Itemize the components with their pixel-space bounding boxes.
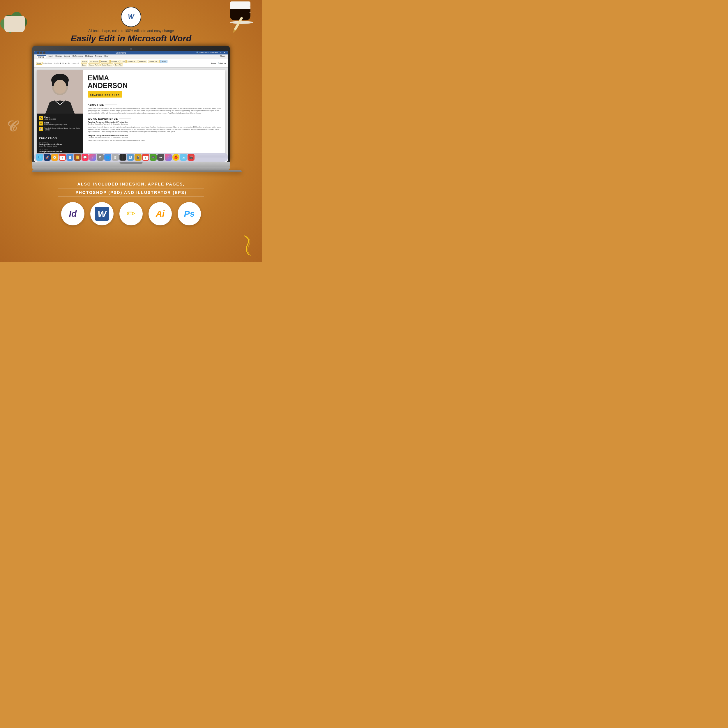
dock-contacts[interactable]: 📓	[135, 154, 142, 161]
svg-text:📋: 📋	[68, 155, 72, 159]
style-heading2[interactable]: Heading 2	[110, 60, 120, 63]
title-bar-center: Document1	[116, 52, 126, 54]
style-intense-ref[interactable]: Intense Ref...	[88, 63, 100, 66]
style-title[interactable]: Title	[121, 60, 126, 63]
word-tabs: Home Insert Design Layout References Mai…	[34, 55, 228, 59]
dock-launchpad[interactable]: 🚀	[44, 154, 50, 161]
page-wrapper: 𝒞 W Al	[0, 0, 262, 262]
dock-calendar[interactable]: 9	[59, 154, 66, 161]
phone-label: Phone :	[44, 116, 56, 118]
tab-mailings[interactable]: Mailings	[85, 55, 93, 58]
style-normal[interactable]: Normal	[81, 60, 88, 63]
bottom-section: ALSO INCLUDED INDESIGN, APPLE PAGES, PHO…	[0, 172, 262, 230]
style-strong[interactable]: Strong	[160, 60, 167, 63]
style-subtle-ref[interactable]: Subtle Refer...	[101, 63, 113, 66]
dock-video[interactable]: 🎬	[188, 154, 194, 161]
dock-finder[interactable]	[36, 154, 43, 161]
indesign-icon-circle[interactable]: Id	[61, 202, 84, 225]
ribbon-paragraph: ≡ ≡ ≡ ≡ ≡ ¶	[72, 62, 79, 64]
word-svg-icon: W	[126, 11, 136, 21]
dock-trash[interactable]: 🗑	[112, 154, 119, 161]
tab-references[interactable]: References	[72, 55, 83, 58]
dock-book[interactable]: 📒	[74, 154, 81, 161]
illustrator-icon-text: Ai	[156, 209, 165, 219]
svg-text:♪: ♪	[92, 156, 93, 159]
tab-design[interactable]: Design	[55, 55, 62, 58]
job2-company: Creative Recruiting Agency || El Segundo…	[88, 136, 221, 138]
illustrator-icon-circle[interactable]: Ai	[148, 202, 172, 225]
education-title: EDUCATION	[37, 135, 83, 141]
svg-text:🍎: 🍎	[174, 155, 178, 159]
edu-school-2: College / University Name	[39, 151, 81, 153]
indesign-icon-text: Id	[69, 209, 77, 219]
ribbon-font: Calibri (Body) ▾ 11 ▾ A A	[43, 62, 60, 64]
email-label: Email :	[44, 122, 67, 124]
dock-separator	[119, 154, 126, 161]
contact-email: ✉ Email : exampleemail@example.com	[39, 121, 81, 125]
svg-point-9	[39, 156, 41, 158]
photoshop-icon-circle[interactable]: Ps	[177, 202, 201, 225]
resume-title-bar: GRAPHIC DESIGNER	[88, 91, 122, 98]
also-included-line1: ALSO INCLUDED INDESIGN, APPLE PAGES,	[78, 182, 185, 187]
style-no-spacing[interactable]: No Spacing	[89, 60, 99, 63]
edu-degree-1: Enter Your Degree Name	[39, 145, 81, 147]
resume-area: 📞 Phone : +012 3456 789 ✉ Emai	[34, 67, 228, 158]
address-icon-box: 🏠	[39, 127, 43, 131]
svg-rect-37	[143, 154, 148, 156]
main-title: Easily Edit in Microsoft Word	[71, 34, 192, 43]
dock-photos2[interactable]: 🍎	[172, 154, 179, 161]
dock-more[interactable]: •••	[157, 154, 164, 161]
share-btn[interactable]: ↑ Share	[219, 55, 225, 58]
svg-text:☁: ☁	[182, 156, 185, 159]
style-quote[interactable]: Quote	[81, 63, 87, 66]
job2-text: Lorem Ipsum is simply dummy text of the …	[88, 139, 221, 142]
style-heading1[interactable]: Heading 1	[100, 60, 110, 63]
style-emphasis[interactable]: Emphasis	[138, 60, 147, 63]
title-bar-left: ⬛ ⬛ ⬛	[37, 52, 46, 54]
svg-text:📒: 📒	[75, 155, 80, 159]
dock-notes[interactable]: 📋	[66, 154, 73, 161]
dock-messages[interactable]: 💬	[81, 154, 89, 161]
ribbon-styles: Normal No Spacing Heading 1 Heading 2 Ti…	[81, 60, 168, 66]
dock-browser[interactable]: 🌐	[104, 154, 111, 161]
ribbon-styles-btn[interactable]: Styles ▾	[211, 62, 216, 64]
svg-text:🎬: 🎬	[189, 155, 193, 159]
dock-music2[interactable]: ♫	[165, 154, 172, 161]
dock-safari[interactable]: 🧭	[51, 154, 58, 161]
svg-text:💬: 💬	[83, 155, 87, 159]
edu-school-1: College / University Name	[39, 143, 81, 145]
tab-home[interactable]: Home	[37, 55, 46, 58]
svg-text:⚙: ⚙	[99, 156, 102, 159]
style-intense[interactable]: Intense Em...	[148, 60, 159, 63]
phone-icon-box: 📞	[39, 116, 43, 120]
dock-music[interactable]: ♪	[89, 154, 96, 161]
svg-text:🗑: 🗑	[114, 156, 117, 159]
svg-text:🚀: 🚀	[45, 155, 49, 159]
ribbon-paste[interactable]: Paste	[36, 62, 43, 65]
plant-pot	[5, 16, 25, 32]
tab-layout[interactable]: Layout	[64, 55, 70, 58]
tab-view[interactable]: View	[104, 55, 108, 58]
dock-calendar2[interactable]: 2	[142, 154, 149, 161]
dock-cloud[interactable]: ☁	[180, 154, 187, 161]
dock-settings[interactable]: ⚙	[97, 154, 104, 161]
dock-photos[interactable]: 🖼	[127, 154, 134, 161]
laptop-base	[32, 162, 230, 167]
svg-text:W: W	[98, 209, 107, 219]
tab-insert[interactable]: Insert	[48, 55, 53, 58]
svg-text:2: 2	[145, 157, 146, 159]
subtitle-text: All text, shape, color is 100% editable …	[88, 29, 174, 33]
email-value: exampleemail@example.com	[44, 124, 67, 125]
style-subtle[interactable]: Subtle Em...	[126, 60, 138, 63]
ribbon-find[interactable]: 🔍 Editing ▾	[218, 62, 226, 64]
mac-dock: 🚀 🧭 9 📋 📒 💬	[34, 153, 228, 162]
tab-review[interactable]: Review	[95, 55, 102, 58]
laptop-screen: ⬛ ⬛ ⬛ Document1 🔍 Search in Document − □…	[34, 51, 228, 162]
bottom-line-2	[58, 188, 204, 188]
pages-icon-circle[interactable]: ✏	[119, 202, 143, 225]
word-ribbon: Paste Calibri (Body) ▾ 11 ▾ A A B I U · …	[34, 59, 228, 67]
style-book-title[interactable]: Book Title	[113, 63, 123, 66]
word-icon-circle-bottom[interactable]: W	[90, 202, 113, 225]
dock-game[interactable]: 🎮	[150, 154, 157, 161]
word-icon-circle: W	[121, 7, 141, 27]
